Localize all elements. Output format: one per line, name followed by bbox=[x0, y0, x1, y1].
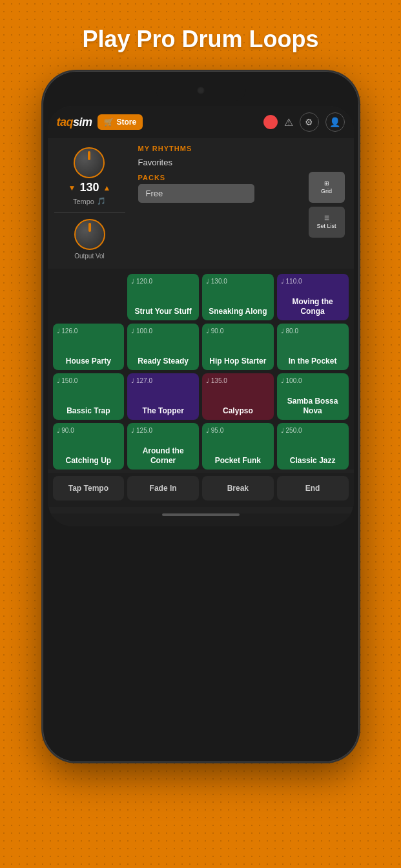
loop-around-corner[interactable]: 125.0 Around the Corner bbox=[127, 423, 199, 470]
name-corner: Around the Corner bbox=[131, 446, 195, 465]
top-section: ▼ 130 ▲ Tempo 🎵 Output Vol bbox=[48, 138, 354, 269]
bpm-topper: 127.0 bbox=[131, 377, 195, 384]
loop-sneaking-along[interactable]: 130.0 Sneaking Along bbox=[202, 274, 274, 320]
tempo-value: 130 bbox=[79, 181, 99, 194]
bpm-catching: 90.0 bbox=[57, 427, 121, 434]
loop-ready-steady[interactable]: 100.0 Ready Steady bbox=[127, 324, 199, 370]
favorites-item[interactable]: Favorites bbox=[138, 155, 347, 170]
grid-row-3: 150.0 Bassic Trap 127.0 The Topper 135.0… bbox=[53, 373, 349, 420]
grid-view-button[interactable]: ⊞ Grid bbox=[309, 172, 345, 203]
home-indicator bbox=[162, 513, 240, 516]
tempo-display: ▼ 130 ▲ bbox=[68, 181, 111, 194]
loop-pocket-funk[interactable]: 95.0 Pocket Funk bbox=[202, 423, 274, 470]
name-pocket: In the Pocket bbox=[281, 356, 345, 366]
bpm-samba: 100.0 bbox=[281, 377, 345, 384]
name-strut: Strut Your Stuff bbox=[131, 307, 195, 316]
cart-icon: 🛒 bbox=[104, 118, 114, 127]
settings-icon[interactable]: ⚙ bbox=[300, 112, 319, 132]
bpm-calypso: 135.0 bbox=[206, 377, 270, 384]
loop-classic-jazz[interactable]: 250.0 Classic Jazz bbox=[277, 423, 349, 470]
loop-catching-up[interactable]: 90.0 Catching Up bbox=[53, 423, 125, 470]
name-topper: The Topper bbox=[131, 406, 195, 415]
name-hiphop: Hip Hop Starter bbox=[206, 356, 270, 366]
loop-topper[interactable]: 127.0 The Topper bbox=[127, 373, 199, 420]
name-bassic: Bassic Trap bbox=[57, 406, 121, 415]
grid-label: Grid bbox=[321, 188, 332, 194]
loop-calypso[interactable]: 135.0 Calypso bbox=[202, 373, 274, 420]
end-button[interactable]: End bbox=[277, 476, 349, 501]
break-button[interactable]: Break bbox=[202, 476, 274, 501]
name-catching: Catching Up bbox=[57, 456, 121, 465]
output-label: Output Vol bbox=[74, 253, 105, 260]
page-title: Play Pro Drum Loops bbox=[82, 26, 318, 53]
loop-samba[interactable]: 100.0 Samba Bossa Nova bbox=[277, 373, 349, 420]
loop-bassic-trap[interactable]: 150.0 Bassic Trap bbox=[53, 373, 125, 420]
phone-screen: taqsim 🛒 Store ⚠ ⚙ 👤 ▼ 130 bbox=[48, 106, 354, 526]
bpm-hiphop: 90.0 bbox=[206, 327, 270, 335]
name-jazz: Classic Jazz bbox=[281, 456, 345, 465]
bpm-funk: 95.0 bbox=[206, 427, 270, 434]
bpm-house: 126.0 bbox=[57, 327, 121, 335]
tempo-down-arrow[interactable]: ▼ bbox=[68, 183, 76, 192]
right-panel-wrapper: MY RHYTHMS Favorites PACKS Free ⊞ Grid ☰… bbox=[132, 138, 354, 269]
free-pack-button[interactable]: Free bbox=[138, 184, 254, 203]
bpm-bassic: 150.0 bbox=[57, 377, 121, 384]
bpm-corner: 125.0 bbox=[131, 427, 195, 434]
store-label: Store bbox=[117, 118, 137, 127]
left-panel: ▼ 130 ▲ Tempo 🎵 Output Vol bbox=[48, 138, 132, 269]
loop-moving-conga[interactable]: 110.0 Moving the Conga bbox=[277, 274, 349, 320]
top-icons: ⚠ ⚙ 👤 bbox=[263, 112, 345, 132]
grid-icon: ⊞ bbox=[324, 180, 329, 187]
grid-row-4: 90.0 Catching Up 125.0 Around the Corner… bbox=[53, 423, 349, 470]
store-button[interactable]: 🛒 Store bbox=[98, 114, 143, 130]
tempo-up-arrow[interactable]: ▲ bbox=[103, 183, 111, 192]
name-house: House Party bbox=[57, 356, 121, 366]
top-bar: taqsim 🛒 Store ⚠ ⚙ 👤 bbox=[48, 106, 354, 138]
tap-tempo-button[interactable]: Tap Tempo bbox=[53, 476, 125, 501]
record-icon[interactable] bbox=[263, 115, 278, 129]
loop-hip-hop[interactable]: 90.0 Hip Hop Starter bbox=[202, 324, 274, 370]
bpm-sneaking: 130.0 bbox=[206, 278, 270, 285]
app-logo: taqsim bbox=[57, 116, 92, 129]
bpm-pocket: 80.0 bbox=[281, 327, 345, 335]
name-calypso: Calypso bbox=[206, 406, 270, 415]
alert-icon[interactable]: ⚠ bbox=[284, 116, 293, 129]
profile-icon[interactable]: 👤 bbox=[325, 112, 345, 132]
setlist-label: Set List bbox=[316, 223, 336, 229]
bpm-jazz: 250.0 bbox=[281, 427, 345, 434]
name-sneaking: Sneaking Along bbox=[206, 307, 270, 316]
bpm-ready: 100.0 bbox=[131, 327, 195, 335]
grid-row-1: 120.0 Strut Your Stuff 130.0 Sneaking Al… bbox=[53, 274, 349, 320]
tempo-knob-container: ▼ 130 ▲ Tempo 🎵 bbox=[68, 147, 111, 205]
name-ready: Ready Steady bbox=[131, 356, 195, 366]
loop-house-party[interactable]: 126.0 House Party bbox=[53, 324, 125, 370]
name-conga: Moving the Conga bbox=[281, 297, 345, 316]
loop-in-pocket[interactable]: 80.0 In the Pocket bbox=[277, 324, 349, 370]
bpm-strut: 120.0 bbox=[131, 278, 195, 285]
phone-frame: taqsim 🛒 Store ⚠ ⚙ 👤 ▼ 130 bbox=[43, 71, 359, 762]
tempo-label: Tempo 🎵 bbox=[73, 197, 106, 205]
grid-section: + 120.0 Strut Your Stuff 130.0 Sneaking … bbox=[48, 269, 354, 470]
bpm-conga: 110.0 bbox=[281, 278, 345, 285]
fade-in-button[interactable]: Fade In bbox=[127, 476, 199, 501]
setlist-view-button[interactable]: ☰ Set List bbox=[309, 207, 345, 238]
output-knob-container: Output Vol bbox=[74, 219, 105, 260]
loop-strut-your-stuff[interactable]: 120.0 Strut Your Stuff bbox=[127, 274, 199, 320]
list-icon: ☰ bbox=[324, 215, 329, 222]
divider bbox=[54, 212, 125, 212]
name-samba: Samba Bossa Nova bbox=[281, 397, 345, 415]
view-toggle: ⊞ Grid ☰ Set List bbox=[309, 172, 345, 238]
tempo-knob[interactable] bbox=[74, 147, 105, 178]
output-knob[interactable] bbox=[74, 219, 105, 250]
action-buttons-row: Tap Tempo Fade In Break End bbox=[48, 473, 354, 507]
grid-row-2: 126.0 House Party 100.0 Ready Steady 90.… bbox=[53, 324, 349, 370]
name-funk: Pocket Funk bbox=[206, 456, 270, 465]
phone-notch bbox=[156, 83, 246, 101]
my-rhythms-label: MY RHYTHMS bbox=[138, 145, 347, 152]
metronome-icon: 🎵 bbox=[97, 197, 106, 205]
